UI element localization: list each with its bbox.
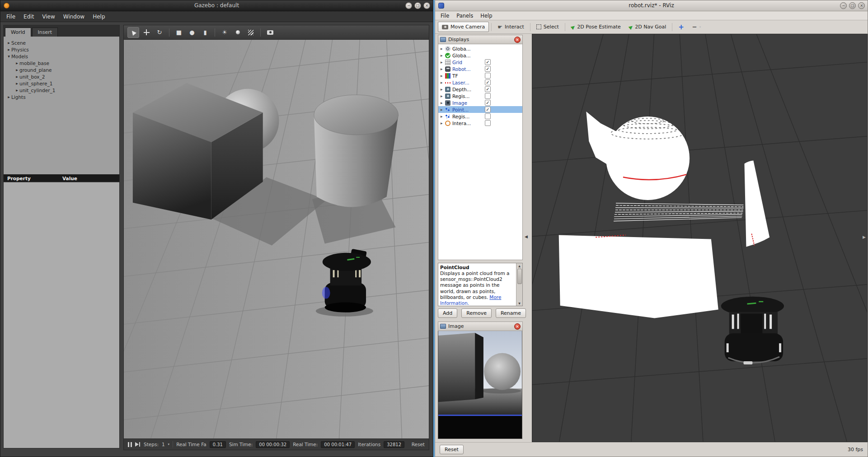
- expand-icon[interactable]: ▶: [14, 75, 19, 78]
- image-panel-header[interactable]: Image ×: [438, 322, 523, 331]
- expand-icon[interactable]: ▶: [6, 95, 11, 98]
- tree-item-unit-box[interactable]: ▶ unit_box_2: [4, 73, 119, 80]
- expand-icon[interactable]: ▶: [441, 54, 445, 57]
- spot-light-tool[interactable]: [232, 27, 244, 38]
- steps-spinner[interactable]: ▾: [168, 443, 170, 446]
- collapse-icon[interactable]: ▼: [6, 55, 11, 58]
- tree-item-unit-sphere[interactable]: ▶ unit_sphere_1: [4, 80, 119, 87]
- scroll-down-icon[interactable]: ▼: [516, 302, 522, 305]
- robotmodel-checkbox[interactable]: ✓: [485, 66, 491, 72]
- expand-icon[interactable]: ▶: [441, 74, 445, 77]
- expand-icon[interactable]: ▶: [441, 88, 445, 91]
- expand-icon[interactable]: ▶: [441, 67, 445, 70]
- menu-window[interactable]: Window: [59, 13, 89, 21]
- tab-insert[interactable]: Insert: [32, 28, 58, 37]
- tree-item-lights[interactable]: ▶ Lights: [4, 93, 119, 100]
- display-row-interactive-markers[interactable]: ▶ Intera...: [438, 120, 522, 126]
- display-row-global-status[interactable]: ▶ Globa...: [438, 52, 522, 59]
- insert-cylinder-tool[interactable]: ▮: [199, 27, 211, 38]
- menu-view[interactable]: View: [38, 13, 59, 21]
- maximize-button[interactable]: □: [849, 2, 856, 9]
- expand-icon[interactable]: ▶: [6, 41, 11, 44]
- steps-value[interactable]: 1: [162, 442, 165, 447]
- directional-light-tool[interactable]: [245, 27, 257, 38]
- close-button[interactable]: ×: [858, 2, 865, 9]
- pause-button[interactable]: [128, 442, 132, 447]
- add-display-button[interactable]: Add: [438, 308, 457, 318]
- step-button[interactable]: [135, 442, 139, 447]
- reset-button[interactable]: Reset: [440, 445, 464, 454]
- tree-item-models[interactable]: ▼ Models: [4, 53, 119, 60]
- display-row-image[interactable]: ▶ Image ✓: [438, 99, 522, 106]
- minimize-button[interactable]: −: [840, 2, 847, 9]
- tool-move-camera[interactable]: Move Camera: [438, 22, 489, 32]
- screenshot-tool[interactable]: [264, 27, 276, 38]
- menu-edit[interactable]: Edit: [19, 13, 38, 21]
- displays-panel-header[interactable]: Displays ×: [438, 35, 523, 44]
- expand-icon[interactable]: ▶: [441, 121, 445, 125]
- rename-display-button[interactable]: Rename: [496, 308, 526, 318]
- maximize-button[interactable]: □: [414, 2, 421, 9]
- expand-views-arrow[interactable]: ▶: [863, 235, 866, 239]
- expand-icon[interactable]: ▶: [441, 61, 445, 64]
- display-row-global-options[interactable]: ▶ Globa...: [438, 45, 522, 52]
- tree-item-unit-cylinder[interactable]: ▶ unit_cylinder_1: [4, 87, 119, 93]
- display-row-tf[interactable]: ▶ TF: [438, 72, 522, 79]
- gazebo-3d-scene[interactable]: [124, 40, 429, 438]
- expand-icon[interactable]: ▶: [441, 108, 445, 111]
- registered-pointcloud-checkbox[interactable]: [485, 113, 491, 119]
- expand-icon[interactable]: ▶: [441, 81, 445, 84]
- display-row-depthcloud[interactable]: ▶ Depth... ✓: [438, 86, 522, 93]
- close-displays-button[interactable]: ×: [514, 37, 521, 43]
- tool-interact[interactable]: ☛ Interact: [494, 22, 528, 32]
- remove-display-button[interactable]: Remove: [461, 308, 492, 318]
- expand-icon[interactable]: ▶: [14, 82, 19, 85]
- display-row-robotmodel[interactable]: ▶ Robot... ✓: [438, 65, 522, 72]
- add-tool-button[interactable]: +: [675, 21, 688, 33]
- scrollbar-thumb[interactable]: [517, 269, 522, 284]
- laserscan-checkbox[interactable]: ✓: [485, 79, 491, 85]
- tree-item-physics[interactable]: ▶ Physics: [4, 46, 119, 53]
- tool-2d-nav-goal[interactable]: ▶ 2D Nav Goal: [625, 22, 670, 32]
- expand-icon[interactable]: ▶: [441, 94, 445, 98]
- display-row-grid[interactable]: ▶ Grid ✓: [438, 59, 522, 65]
- expand-icon[interactable]: ▶: [14, 61, 19, 65]
- interactive-markers-checkbox[interactable]: [485, 120, 491, 126]
- tab-world[interactable]: World: [5, 28, 31, 37]
- expand-icon[interactable]: ▶: [441, 101, 445, 104]
- tool-2d-pose-estimate[interactable]: ▶ 2D Pose Estimate: [568, 22, 624, 32]
- description-scrollbar[interactable]: ▲ ▼: [516, 263, 522, 306]
- menu-file[interactable]: File: [437, 12, 453, 19]
- expand-icon[interactable]: ▶: [14, 89, 19, 92]
- minimize-button[interactable]: −: [405, 2, 412, 9]
- scroll-up-icon[interactable]: ▲: [516, 264, 522, 268]
- tool-select[interactable]: Select: [533, 22, 563, 32]
- expand-icon[interactable]: ▶: [14, 68, 19, 71]
- remove-tool-button[interactable]: − ▾: [689, 22, 704, 32]
- rviz-3d-viewport[interactable]: ▶: [532, 34, 868, 442]
- collapse-panel-arrow[interactable]: ◀: [525, 234, 528, 239]
- insert-box-tool[interactable]: ■: [173, 27, 185, 38]
- gazebo-titlebar[interactable]: Gazebo : default − □ ×: [0, 0, 433, 11]
- insert-sphere-tool[interactable]: ●: [186, 27, 198, 38]
- menu-panels[interactable]: Panels: [453, 12, 477, 19]
- expand-icon[interactable]: ▶: [441, 115, 445, 118]
- reset-button[interactable]: Reset: [412, 442, 425, 447]
- display-row-registered-pointcloud[interactable]: ▶ Regis...: [438, 113, 522, 120]
- tf-checkbox[interactable]: [485, 73, 491, 79]
- registered-depthcloud-checkbox[interactable]: [485, 93, 491, 99]
- tree-item-ground-plane[interactable]: ▶ ground_plane: [4, 66, 119, 73]
- rviz-titlebar[interactable]: robot.rviz* - RViz − □ ×: [435, 0, 868, 11]
- image-checkbox[interactable]: ✓: [485, 100, 491, 106]
- point-light-tool[interactable]: ☀: [219, 27, 230, 38]
- rotate-tool[interactable]: ↻: [154, 27, 165, 38]
- tree-item-mobile-base[interactable]: ▶ mobile_base: [4, 60, 119, 66]
- menu-help[interactable]: Help: [477, 12, 496, 19]
- expand-icon[interactable]: ▶: [6, 48, 11, 51]
- close-button[interactable]: ×: [423, 2, 430, 9]
- menu-help[interactable]: Help: [89, 13, 109, 21]
- display-row-pointcloud[interactable]: ▶ Point... ✓: [438, 106, 522, 113]
- display-row-registered-depthcloud[interactable]: ▶ Regis...: [438, 93, 522, 99]
- grid-checkbox[interactable]: ✓: [485, 59, 491, 65]
- pointcloud-checkbox[interactable]: ✓: [485, 107, 491, 112]
